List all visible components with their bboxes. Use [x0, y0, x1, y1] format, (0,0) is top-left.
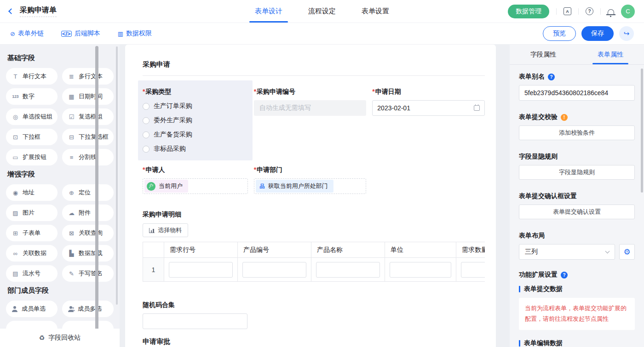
request-date-input[interactable]: 2023-02-01 [372, 100, 485, 116]
help-circle-icon[interactable]: ? [561, 272, 568, 279]
tab-form-setting[interactable]: 表单设置 [362, 0, 389, 23]
preview-button[interactable]: 预览 [543, 26, 576, 41]
field-pill-datetime[interactable]: ▦日期时间 [62, 88, 114, 105]
sidebar-scrollbar[interactable] [116, 46, 118, 305]
field-pill-member-multi[interactable]: 成员多选 [62, 301, 114, 317]
field-pill-linked-data[interactable]: ∞关联数据 [6, 245, 58, 262]
field-recycle-bin[interactable]: ♻ 字段回收站 [0, 329, 120, 347]
layout-settings-button[interactable]: ⚙ [619, 244, 635, 260]
panel-scrollbar[interactable] [641, 68, 643, 193]
field-pill-label: 复选框组 [79, 113, 103, 121]
detail-table-wrap: 需求行号 产品编号 产品名称 单位 需求数量 1 [143, 242, 485, 282]
canvas-scrollbar[interactable] [95, 46, 98, 340]
field-pill-checkbox-group[interactable]: ☑复选框组 [62, 108, 114, 125]
cell-input[interactable] [169, 262, 233, 278]
radio-option[interactable]: 非标品采购 [143, 145, 248, 153]
field-pill-linked-query[interactable]: ⊠关联查询 [62, 225, 114, 241]
radio-option[interactable]: 生产订单采购 [143, 102, 248, 110]
contacts-icon[interactable]: A [564, 7, 571, 15]
radio-option[interactable]: 生产备货采购 [143, 131, 248, 139]
recycle-icon: ♻ [39, 334, 45, 341]
form-alias-input[interactable]: 5feb2379d54360802186ce84 [519, 85, 635, 101]
approval-section-title: 申请审批 [143, 337, 485, 346]
field-pill-label: 附件 [79, 209, 91, 217]
current-dept-tag[interactable]: 品获取当前用户所处部门 [256, 180, 334, 193]
back-icon[interactable] [8, 8, 14, 14]
select-material-button[interactable]: 选择物料 [143, 223, 188, 237]
field-pill-label: 日期时间 [79, 92, 103, 101]
cell-input[interactable] [242, 262, 306, 278]
request-no-input[interactable]: 自动生成无需填写 [254, 100, 367, 116]
link-icon: ⊘ [10, 30, 15, 37]
backend-script-label: 后端脚本 [75, 29, 100, 38]
field-pill-radio-group[interactable]: ◎单选按钮组 [6, 108, 58, 125]
field-pill-label: 单选按钮组 [23, 113, 52, 121]
field-pill-attachment[interactable]: ☁附件 [62, 205, 114, 221]
field-pill-image[interactable]: ▨图片 [6, 205, 58, 221]
field-pill-label: 分割线 [79, 153, 97, 161]
department-picker[interactable]: 品获取当前用户所处部门 [254, 178, 367, 194]
cell-input[interactable] [461, 262, 485, 278]
field-request-date[interactable]: *申请日期 2023-02-01 [372, 88, 485, 116]
field-request-no[interactable]: *采购申请编号 自动生成无需填写 [254, 88, 367, 116]
image-icon: ▨ [12, 210, 19, 216]
field-pill-extend-button[interactable]: ▭扩展按钮 [6, 149, 58, 165]
tag-label: 当前用户 [159, 182, 183, 190]
field-pill-member-single[interactable]: 成员单选 [6, 301, 58, 317]
field-pill-number[interactable]: 123数字 [6, 88, 58, 105]
field-pill-signature[interactable]: ✎手写签名 [62, 265, 114, 282]
add-validation-button[interactable]: 添加校验条件 [519, 125, 635, 140]
field-detail-subform[interactable]: 采购申请明细 选择物料 需求行号 产品编号 产品名称 单位 [143, 210, 485, 282]
field-pill-label: 定位 [79, 188, 91, 197]
help-icon[interactable]: ? [586, 7, 593, 15]
field-pill-data-load[interactable]: ▙数据加载 [62, 245, 114, 262]
cell-input[interactable] [316, 262, 380, 278]
cell-input[interactable] [390, 262, 451, 278]
field-pill-serial-number[interactable]: ▤流水号 [6, 265, 58, 282]
external-link-button[interactable]: ⊘ 表单外链 [10, 29, 44, 38]
field-department[interactable]: *申请部门 品获取当前用户所处部门 [254, 166, 367, 194]
field-pill-divider-line[interactable]: ≡分割线 [62, 149, 114, 165]
field-pill-subform[interactable]: ⊞子表单 [6, 225, 58, 241]
field-random-code[interactable]: 随机码合集 [143, 301, 485, 329]
field-pill-label: 地址 [23, 188, 34, 197]
radio-icon[interactable] [143, 117, 150, 124]
tab-field-properties[interactable]: 字段属性 [510, 45, 577, 64]
help-circle-icon[interactable]: ? [548, 74, 555, 80]
field-pill-select[interactable]: ⊡下拉框 [6, 129, 58, 145]
field-pill-address[interactable]: ◉地址 [6, 184, 58, 201]
notification-bell-icon[interactable] [608, 9, 614, 15]
divider [578, 8, 579, 15]
radio-icon[interactable] [143, 103, 150, 110]
layout-select[interactable]: 三列 [519, 244, 615, 260]
field-pill-location[interactable]: ⊕定位 [62, 184, 114, 201]
data-permission-button[interactable]: ▥ 数据权限 [118, 29, 152, 38]
submit-confirm-button[interactable]: 表单提交确认设置 [519, 205, 635, 219]
data-manage-button[interactable]: 数据管理 [508, 5, 549, 18]
share-button[interactable]: ↪ [619, 26, 634, 41]
user-avatar[interactable]: C [621, 5, 635, 18]
detail-label: 采购申请明细 [143, 210, 485, 219]
random-code-input[interactable] [143, 313, 247, 329]
field-pill-multi-select[interactable]: ⊟下拉复选框 [62, 129, 114, 145]
tab-form-design[interactable]: 表单设计 [255, 0, 282, 23]
current-user-tag[interactable]: 户当前用户 [144, 180, 188, 193]
radio-icon[interactable] [143, 131, 150, 138]
field-purchase-type[interactable]: *采购类型 生产订单采购 委外生产采购 生产备货采购 非标品采购 [138, 80, 253, 160]
backend-script-button[interactable]: </> 后端脚本 [61, 29, 100, 38]
radio-option[interactable]: 委外生产采购 [143, 116, 248, 125]
visibility-rule-button[interactable]: 字段显隐规则 [519, 165, 635, 180]
field-pill-multi-text[interactable]: ≣多行文本 [62, 68, 114, 85]
serial-number-icon: ▤ [12, 270, 19, 277]
tab-form-properties[interactable]: 表单属性 [577, 45, 644, 64]
field-pill-single-text[interactable]: T单行文本 [6, 68, 58, 85]
tab-flow-setting[interactable]: 流程设定 [308, 0, 336, 23]
applicant-picker[interactable]: 户当前用户 [143, 178, 248, 194]
field-sidebar: 基础字段 T单行文本 ≣多行文本 123数字 ▦日期时间 ◎单选按钮组 ☑复选框… [0, 45, 120, 347]
field-applicant[interactable]: *申请人 户当前用户 [143, 166, 248, 194]
page-title[interactable]: 采购申请单 [20, 6, 57, 17]
radio-icon[interactable] [143, 146, 150, 153]
field-label: 随机码合集 [143, 301, 485, 309]
save-button[interactable]: 保存 [581, 26, 614, 41]
calendar-icon[interactable] [474, 105, 480, 111]
